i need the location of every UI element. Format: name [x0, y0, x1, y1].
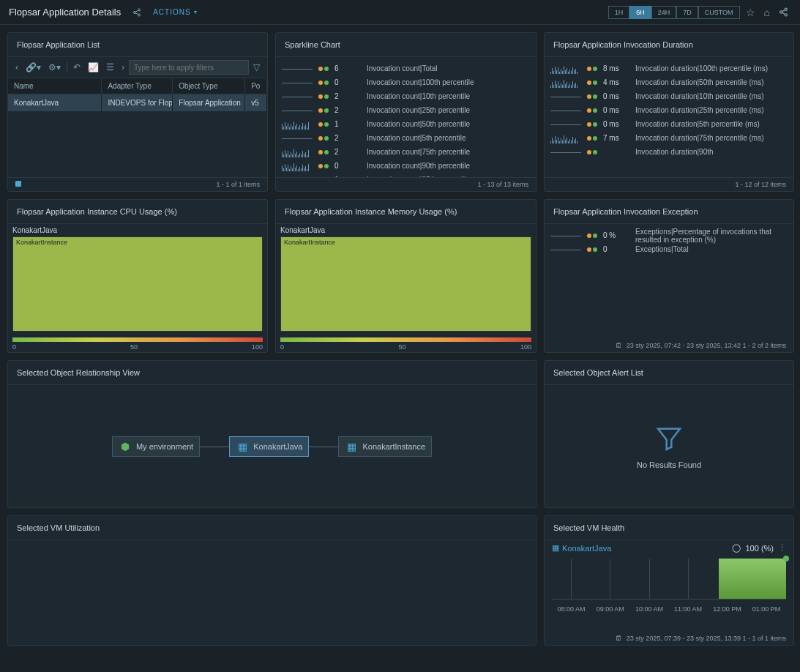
- status-dots: [318, 94, 329, 99]
- svg-point-7: [785, 14, 787, 16]
- spark-value: 2: [334, 92, 361, 100]
- spark-value: 2: [334, 134, 361, 142]
- col-adapter[interactable]: Adapter Type: [102, 78, 173, 94]
- status-dots: [318, 81, 329, 85]
- link-icon[interactable]: 🔗▾: [23, 61, 44, 74]
- time-range-custom[interactable]: CUSTOM: [698, 6, 740, 19]
- spark-row[interactable]: 1 Invocation count|50th percentile: [282, 117, 530, 131]
- spark-row[interactable]: 8 ms Invocation duration|100th percentil…: [550, 61, 788, 75]
- more-icon[interactable]: ⋮: [778, 543, 786, 553]
- heatmap-legend: [280, 337, 531, 342]
- filter-input[interactable]: [129, 60, 249, 75]
- spark-row[interactable]: 7 ms Invocation duration|75th percentile…: [550, 131, 788, 145]
- spark-row[interactable]: 0 ms Invocation duration|5th percentile …: [550, 117, 788, 131]
- sparkline-chart: [550, 231, 581, 241]
- time-range-1h[interactable]: 1H: [608, 6, 630, 19]
- undo-icon[interactable]: ↶: [70, 61, 83, 74]
- spark-label: Invocation count|100th percentile: [367, 78, 530, 86]
- spark-label: Invocation count|Total: [367, 64, 530, 72]
- spark-row[interactable]: 2 Invocation count|5th percentile: [282, 131, 530, 145]
- spark-row[interactable]: 0 Invocation count|100th percentile: [282, 75, 530, 89]
- spark-row[interactable]: 2 Invocation count|25th percentile: [282, 103, 530, 117]
- app-list-toolbar: ‹ 🔗▾ ⚙▾ ↶ 📈 ☰ › ▽: [8, 57, 267, 78]
- node-label: My environment: [136, 442, 193, 451]
- relationship-node[interactable]: ⬢My environment: [112, 436, 200, 457]
- spark-row[interactable]: 4 ms Invocation duration|50th percentile…: [550, 75, 788, 89]
- spark-value: 0: [334, 162, 361, 170]
- env-icon: ⬢: [119, 440, 132, 453]
- sparkline-chart: [282, 161, 313, 171]
- share-icon[interactable]: [130, 7, 144, 18]
- node-label: KonakartInstance: [362, 442, 425, 451]
- status-dots: [587, 94, 597, 99]
- pager-icon[interactable]: [15, 181, 21, 187]
- spark-row[interactable]: 0 Exceptions|Total: [550, 242, 788, 256]
- filter-icon[interactable]: ▽: [250, 61, 263, 74]
- sparkline-chart: [282, 175, 313, 178]
- col-name[interactable]: Name: [8, 78, 102, 94]
- sparkline-chart: [282, 78, 313, 88]
- time-range-24h[interactable]: 24H: [651, 6, 677, 19]
- spark-row[interactable]: 2 Invocation count|75th percentile: [282, 145, 530, 159]
- app-icon: ▦: [552, 543, 559, 553]
- sparkline-chart: [282, 147, 313, 157]
- spark-value: 2: [334, 106, 361, 114]
- app-icon: ▦: [236, 440, 249, 453]
- widget-title: Selected VM Utilization: [8, 516, 536, 540]
- spark-row[interactable]: 0 ms Invocation duration|25th percentile…: [550, 103, 788, 117]
- empty-text: No Results Found: [637, 460, 701, 469]
- spark-row[interactable]: 1 Invocation count|95th percentile: [282, 173, 530, 177]
- status-dots: [318, 150, 329, 154]
- x-tick-label: 01:00 PM: [752, 605, 781, 613]
- spark-value: 1: [334, 120, 361, 128]
- spark-row[interactable]: 0 Invocation count|90th percentile: [282, 159, 530, 173]
- status-dots: [318, 122, 329, 127]
- list-icon[interactable]: ☰: [103, 61, 117, 74]
- spark-label: Invocation duration|5th percentile (ms): [635, 120, 788, 128]
- time-range-7d[interactable]: 7D: [676, 6, 698, 19]
- sparkline-chart: [550, 133, 581, 143]
- spark-row[interactable]: 6 Invocation count|Total: [282, 61, 530, 75]
- heatmap-box[interactable]: KonakartInstance: [280, 236, 531, 332]
- col-po[interactable]: Po: [245, 78, 267, 94]
- status-dots: [318, 136, 329, 141]
- share-page-icon[interactable]: [776, 6, 791, 18]
- sparkline-chart: [282, 133, 313, 143]
- vm-name-link[interactable]: ▦ KonakartJava: [552, 543, 611, 553]
- spark-value: 0 %: [603, 231, 629, 239]
- relationship-node[interactable]: ▦KonakartJava: [229, 436, 309, 457]
- spark-row[interactable]: 2 Invocation count|10th percentile: [282, 89, 530, 103]
- spark-label: Invocation duration|10th percentile (ms): [635, 92, 788, 100]
- sparkline-chart: [282, 119, 313, 130]
- status-dots: [587, 67, 597, 71]
- relationship-node[interactable]: ▦KonakartInstance: [338, 436, 432, 457]
- actions-dropdown[interactable]: ACTIONS ▾: [153, 8, 197, 16]
- time-range-6h[interactable]: 6H: [629, 6, 651, 19]
- vm-utilization-widget: Selected VM Utilization: [7, 515, 537, 646]
- status-dots: [587, 108, 597, 113]
- gear-icon[interactable]: ⚙▾: [45, 61, 64, 74]
- page-header: Flopsar Application Details ACTIONS ▾ 1H…: [0, 0, 800, 25]
- table-row[interactable]: KonakartJava INDEVOPS for Flops... Flops…: [8, 94, 267, 111]
- sparkline-chart: [550, 119, 581, 130]
- relationship-widget: Selected Object Relationship View ⬢My en…: [7, 360, 537, 508]
- chart-line-icon[interactable]: 📈: [85, 61, 102, 74]
- status-dots: [587, 122, 597, 127]
- home-icon[interactable]: ⌂: [761, 5, 773, 20]
- widget-title: Flopsar Application List: [8, 33, 267, 57]
- spark-row[interactable]: 0 ms Invocation duration|10th percentile…: [550, 89, 788, 103]
- sparkline-chart: [282, 64, 313, 74]
- nav-next-icon[interactable]: ›: [119, 61, 127, 74]
- svg-line-4: [135, 12, 138, 14]
- spark-row[interactable]: Invocation duration|90th: [550, 145, 788, 159]
- app-icon: ▦: [345, 440, 358, 453]
- svg-line-9: [782, 12, 785, 14]
- nav-prev-icon[interactable]: ‹: [12, 61, 21, 74]
- sparkline-chart: [550, 64, 581, 74]
- star-icon[interactable]: ☆: [743, 5, 758, 20]
- footer-date-text: 23 sty 2025, 07:42 - 23 sty 2025, 13:42 …: [627, 342, 786, 349]
- spark-row[interactable]: 0 % Exceptions|Percentage of invocations…: [550, 228, 788, 242]
- col-objtype[interactable]: Object Type: [173, 78, 245, 94]
- heatmap-box[interactable]: KonakartInstance: [12, 236, 263, 332]
- spark-label: Invocation count|50th percentile: [367, 120, 530, 128]
